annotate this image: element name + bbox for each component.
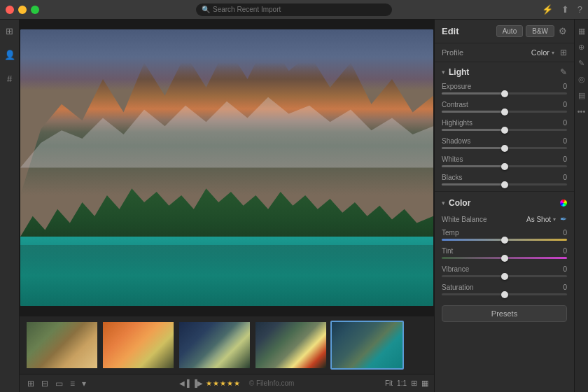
copyright-text: © FileInfo.com	[249, 379, 295, 387]
auto-button[interactable]: Auto	[496, 25, 524, 37]
saturation-slider-row: Saturation 0	[435, 281, 574, 300]
star-rating[interactable]: ★★★★★	[206, 379, 241, 387]
contrast-thumb[interactable]	[501, 108, 508, 115]
gradient-icon[interactable]: ▤	[578, 91, 585, 100]
far-right-panel: ▦ ⊕ ✎ ◎ ▤ •••	[574, 20, 588, 392]
presets-button[interactable]: Presets	[442, 305, 567, 322]
eyedropper-icon[interactable]: ✒	[560, 214, 567, 224]
list-view-icon[interactable]: ≡	[68, 377, 77, 390]
lake-reflection	[20, 245, 433, 306]
histogram-icon[interactable]: ▦	[421, 379, 428, 388]
shadows-slider-row: Shadows 0	[435, 135, 574, 153]
settings-icon[interactable]: ⚙	[559, 26, 567, 36]
tint-thumb[interactable]	[501, 255, 508, 262]
tint-value: 0	[563, 247, 567, 255]
contrast-value: 0	[563, 101, 567, 108]
vibrance-track[interactable]	[442, 275, 567, 277]
vibrance-thumb[interactable]	[501, 273, 508, 280]
thumb-image-1	[27, 322, 97, 368]
healing-icon[interactable]: ◎	[578, 75, 585, 84]
filmstrip-thumb-3[interactable]	[178, 321, 251, 370]
exposure-track[interactable]	[442, 92, 567, 94]
sidebar-icon-people[interactable]: 👤	[3, 48, 17, 62]
window-controls	[6, 6, 39, 14]
close-button[interactable]	[6, 6, 14, 14]
profile-label: Profile	[442, 48, 531, 57]
filter-icon[interactable]: ⚡	[542, 4, 553, 15]
light-section-icon[interactable]: ✎	[560, 67, 567, 77]
help-icon[interactable]: ?	[578, 4, 582, 15]
bottom-left-icons: ⊞ ⊟ ▭ ≡ ▾	[25, 377, 88, 390]
prev-nav-icon[interactable]: ◀▐	[179, 379, 190, 387]
next-nav-icon[interactable]: ▐▶	[192, 379, 203, 387]
blacks-track[interactable]	[442, 183, 567, 186]
share-icon[interactable]: ⬆	[561, 4, 569, 15]
saturation-value: 0	[563, 284, 567, 291]
more-icon[interactable]: •••	[578, 107, 586, 115]
fit-label[interactable]: Fit	[385, 379, 393, 387]
thumb-image-3	[179, 322, 250, 368]
tint-track[interactable]	[442, 257, 567, 259]
filmstrip-thumb-2[interactable]	[102, 321, 175, 370]
whites-track[interactable]	[442, 165, 567, 167]
light-section-header[interactable]: ▾ Light ✎	[435, 62, 574, 80]
sidebar-icon-tag[interactable]: #	[3, 71, 17, 85]
shadows-label: Shadows	[442, 137, 470, 145]
whites-thumb[interactable]	[501, 163, 508, 170]
shadows-track[interactable]	[442, 147, 567, 149]
vibrance-label: Vibrance	[442, 265, 469, 273]
highlights-thumb[interactable]	[501, 127, 508, 134]
bottom-center: ◀▐ ▐▶ ★★★★★ © FileInfo.com	[179, 379, 295, 387]
photo-viewer	[20, 20, 434, 316]
blacks-thumb[interactable]	[501, 181, 508, 188]
sort-icon[interactable]: ▾	[80, 377, 88, 390]
contrast-track[interactable]	[442, 111, 567, 113]
single-view-icon[interactable]: ▭	[53, 377, 65, 390]
contrast-label: Contrast	[442, 101, 468, 108]
ratio-label[interactable]: 1:1	[397, 379, 407, 387]
search-icon: 🔍	[202, 6, 210, 13]
exposure-thumb[interactable]	[501, 90, 508, 97]
thumb-image-4	[255, 322, 326, 368]
whites-value: 0	[563, 155, 567, 163]
color-circle-icon[interactable]	[560, 200, 567, 206]
saturation-thumb[interactable]	[501, 291, 508, 298]
shadows-fill	[442, 147, 505, 149]
profile-grid-icon[interactable]: ⊞	[560, 48, 567, 57]
filmstrip-thumb-1[interactable]	[25, 321, 99, 370]
blacks-fill	[442, 183, 505, 186]
color-section-header[interactable]: ▾ Color	[435, 193, 574, 211]
saturation-track[interactable]	[442, 293, 567, 295]
filmstrip-thumb-4[interactable]	[254, 321, 328, 370]
edit-title: Edit	[442, 26, 496, 36]
search-bar[interactable]: 🔍	[196, 4, 392, 16]
sidebar-icon-grid[interactable]: ⊞	[3, 24, 17, 38]
vibrance-slider-row: Vibrance 0	[435, 263, 574, 281]
minimize-button[interactable]	[18, 6, 27, 14]
brush-icon[interactable]: ✎	[578, 59, 584, 68]
temp-thumb[interactable]	[501, 237, 508, 244]
search-input[interactable]	[213, 6, 386, 13]
left-sidebar: ⊞ 👤 #	[0, 20, 20, 392]
temp-track[interactable]	[442, 239, 567, 241]
profile-value-text: Color	[531, 48, 550, 57]
filmstrip-thumb-5[interactable]	[330, 321, 404, 370]
bw-button[interactable]: B&W	[526, 25, 554, 37]
crop-icon[interactable]: ⊕	[578, 43, 584, 52]
bottom-bar: ⊞ ⊟ ▭ ≡ ▾ ◀▐ ▐▶ ★★★★★ © FileInfo.com Fit…	[20, 374, 434, 392]
fullscreen-button[interactable]	[31, 6, 39, 14]
wb-selector[interactable]: As Shot ▾	[526, 216, 556, 223]
grid-view-icon[interactable]: ⊞	[25, 377, 36, 390]
titlebar: 🔍 ⚡ ⬆ ?	[0, 0, 588, 20]
mosaic-icon[interactable]: ⊟	[39, 377, 50, 390]
compare-icon[interactable]: ⊞	[411, 379, 417, 388]
shadows-thumb[interactable]	[501, 145, 508, 152]
bottom-right: Fit 1:1 ⊞ ▦	[385, 379, 428, 388]
exposure-value: 0	[563, 83, 567, 90]
section-divider-1	[435, 191, 574, 192]
profile-selector[interactable]: Color ▾	[531, 48, 554, 57]
highlights-track[interactable]	[442, 129, 567, 131]
color-section-title: Color	[449, 198, 560, 208]
light-chevron: ▾	[442, 69, 445, 76]
histogram-panel-icon[interactable]: ▦	[578, 27, 585, 36]
